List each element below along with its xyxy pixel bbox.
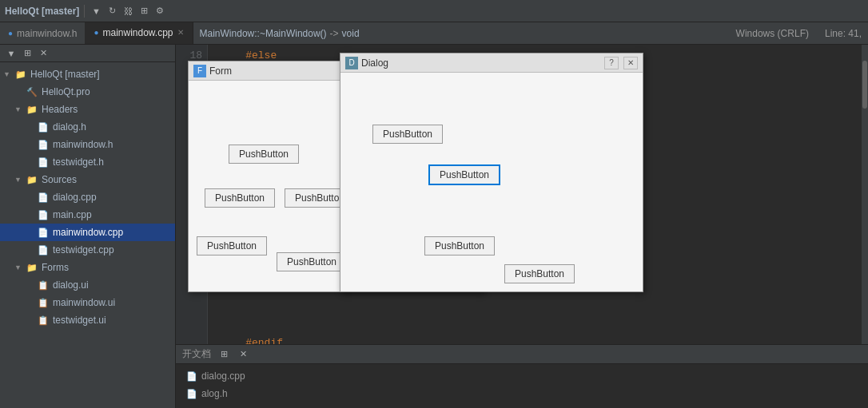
bottom-panel-close-icon[interactable]: ✕ xyxy=(237,348,249,361)
mainwindow-h-icon: 📄 xyxy=(37,138,50,151)
scrollbar-thumb xyxy=(862,61,867,109)
breadcrumb-bar: MainWindow::~MainWindow() -> void Window… xyxy=(193,22,868,44)
pro-file-icon: 🔨 xyxy=(26,85,38,98)
sources-folder-icon: 📁 xyxy=(26,173,38,186)
sidebar: ▼ ⊞ ✕ ▼ 📁 HelloQt [master] ▷ 🔨 HelloQt.p… xyxy=(0,45,176,408)
sidebar-item-headers[interactable]: ▼ 📁 Headers xyxy=(0,101,175,118)
breadcrumb-arrow: -> xyxy=(330,28,339,39)
sidebar-dialog-h-label: dialog.h xyxy=(53,121,86,133)
tab-active-label: mainwindow.cpp xyxy=(102,27,173,38)
bottom-panel-content: 📄 dialog.cpp 📄 alog.h xyxy=(176,364,868,408)
dialog-pushbutton-2[interactable]: PushButton xyxy=(428,164,500,185)
sidebar-headers-label: Headers xyxy=(42,104,78,115)
bottom-panel-header: 开文档 ⊞ ✕ xyxy=(176,345,868,364)
sync-icon[interactable]: ↻ xyxy=(106,5,118,18)
sidebar-dialog-cpp-label: dialog.cpp xyxy=(53,192,97,203)
vertical-scrollbar[interactable] xyxy=(862,45,868,344)
testwidget-h-icon: 📄 xyxy=(37,156,50,168)
tab-inactive[interactable]: ● mainwindow.h xyxy=(0,22,86,44)
toolbar-separator xyxy=(84,5,85,18)
sources-arrow: ▼ xyxy=(14,176,26,184)
form-pushbutton-1[interactable]: PushButton xyxy=(229,145,299,164)
dialog-window[interactable]: D Dialog ? ✕ PushButton PushButton PushB… xyxy=(340,53,643,292)
bottom-panel: 开文档 ⊞ ✕ 📄 dialog.cpp 📄 alog.h xyxy=(176,344,868,408)
file-tree: ▼ 📁 HelloQt [master] ▷ 🔨 HelloQt.pro ▼ 📁… xyxy=(0,62,175,408)
dialog-help-button[interactable]: ? xyxy=(604,57,619,69)
bottom-dialog-cpp-label: dialog.cpp xyxy=(201,370,245,382)
link-icon[interactable]: ⛓ xyxy=(121,5,134,18)
line-ending: Windows (CRLF) xyxy=(736,28,809,39)
top-toolbar: HelloQt [master] ▼ ↻ ⛓ ⊞ ⚙ xyxy=(0,0,868,22)
mainwindow-cpp-icon: 📄 xyxy=(37,226,50,239)
tab-inactive-label: mainwindow.h xyxy=(17,28,77,39)
main-area: ▼ ⊞ ✕ ▼ 📁 HelloQt [master] ▷ 🔨 HelloQt.p… xyxy=(0,45,868,408)
sidebar-item-project[interactable]: ▼ 📁 HelloQt [master] xyxy=(0,65,175,83)
sidebar-mainwindow-h-label: mainwindow.h xyxy=(53,139,113,150)
bottom-panel-dialog-cpp[interactable]: 📄 dialog.cpp xyxy=(182,367,862,385)
code-line-blank13 xyxy=(221,319,862,335)
line-number: Line: 41, xyxy=(825,28,862,39)
dialog-close-button[interactable]: ✕ xyxy=(623,57,638,69)
sidebar-forms-label: Forms xyxy=(42,262,69,273)
bottom-panel-alog-h[interactable]: 📄 alog.h xyxy=(182,385,862,402)
sidebar-item-forms[interactable]: ▼ 📁 Forms xyxy=(0,259,175,276)
sidebar-toolbar: ▼ ⊞ ✕ xyxy=(0,45,175,62)
tab-close-icon[interactable]: ✕ xyxy=(177,28,184,37)
breadcrumb-return: void xyxy=(342,28,360,39)
app-title: HelloQt [master] xyxy=(5,6,79,17)
sidebar-testwidget-cpp-label: testwidget.cpp xyxy=(53,244,114,255)
dialog-pushbutton-4[interactable]: PushButton xyxy=(504,264,575,283)
main-cpp-icon: 📄 xyxy=(37,208,50,221)
sidebar-filter-icon[interactable]: ▼ xyxy=(5,47,18,60)
split-icon[interactable]: ⊞ xyxy=(137,5,150,18)
sidebar-item-dialog-ui[interactable]: ▷ 📋 dialog.ui xyxy=(0,276,175,294)
sidebar-main-cpp-label: main.cpp xyxy=(53,209,92,220)
sidebar-mainwindow-cpp-label: mainwindow.cpp xyxy=(53,227,123,238)
dialog-titlebar[interactable]: D Dialog ? ✕ xyxy=(340,53,643,73)
dialog-pushbutton-3[interactable]: PushButton xyxy=(424,236,495,255)
bottom-panel-title: 开文档 xyxy=(182,347,211,361)
dialog-body: PushButton PushButton PushButton PushBut… xyxy=(340,73,643,291)
tab-bar: ● mainwindow.h ● mainwindow.cpp ✕ MainWi… xyxy=(0,22,868,45)
sidebar-item-sources[interactable]: ▼ 📁 Sources xyxy=(0,171,175,188)
arrow-icon: ▼ xyxy=(3,70,14,78)
sidebar-item-mainwindow-h[interactable]: ▷ 📄 mainwindow.h xyxy=(0,136,175,153)
dialog-h-icon: 📄 xyxy=(37,121,50,133)
filter-icon[interactable]: ▼ xyxy=(90,5,102,18)
sidebar-split-icon[interactable]: ⊞ xyxy=(21,47,34,60)
sidebar-close-icon[interactable]: ✕ xyxy=(37,47,50,60)
sidebar-item-main-cpp[interactable]: ▷ 📄 main.cpp xyxy=(0,206,175,224)
dialog-cpp-icon: 📄 xyxy=(37,191,50,204)
sidebar-item-testwidget-cpp[interactable]: ▷ 📄 testwidget.cpp xyxy=(0,241,175,259)
dialog-ui-icon: 📋 xyxy=(37,279,50,291)
sidebar-pro-label: HelloQt.pro xyxy=(42,86,90,97)
bottom-alog-h-icon: 📄 xyxy=(185,387,198,400)
forms-folder-icon: 📁 xyxy=(26,261,38,274)
editor-area: 18 19 20 21 22 38 39 xyxy=(176,45,868,408)
sidebar-mainwindow-ui-label: mainwindow.ui xyxy=(53,297,115,308)
headers-folder-icon: 📁 xyxy=(26,103,38,116)
bottom-panel-split-icon[interactable]: ⊞ xyxy=(217,348,230,361)
sidebar-item-testwidget-h[interactable]: ▷ 📄 testwidget.h xyxy=(0,153,175,171)
form-pushbutton-5[interactable]: PushButton xyxy=(197,236,267,255)
form-window-icon: F xyxy=(193,65,206,77)
form-pushbutton-6[interactable]: PushButton xyxy=(277,252,347,271)
sidebar-testwidget-ui-label: testwidget.ui xyxy=(53,315,106,326)
sidebar-sources-label: Sources xyxy=(42,174,77,185)
sidebar-item-dialog-cpp[interactable]: ▷ 📄 dialog.cpp xyxy=(0,188,175,206)
sidebar-item-testwidget-ui[interactable]: ▷ 📋 testwidget.ui xyxy=(0,311,175,329)
form-pushbutton-2[interactable]: PushButton xyxy=(205,188,275,208)
sidebar-item-dialog-h[interactable]: ▷ 📄 dialog.h xyxy=(0,118,175,136)
sidebar-testwidget-h-label: testwidget.h xyxy=(53,156,104,168)
project-icon: 📁 xyxy=(14,68,27,81)
settings-icon[interactable]: ⚙ xyxy=(153,5,166,18)
mainwindow-ui-icon: 📋 xyxy=(37,296,50,309)
testwidget-ui-icon: 📋 xyxy=(37,314,50,327)
code-line-38: #endif xyxy=(221,335,862,344)
sidebar-item-pro[interactable]: ▷ 🔨 HelloQt.pro xyxy=(0,83,175,101)
bottom-dialog-cpp-icon: 📄 xyxy=(185,370,198,382)
sidebar-item-mainwindow-cpp[interactable]: ▷ 📄 mainwindow.cpp xyxy=(0,224,175,241)
tab-active[interactable]: ● mainwindow.cpp ✕ xyxy=(86,22,192,44)
sidebar-item-mainwindow-ui[interactable]: ▷ 📋 mainwindow.ui xyxy=(0,294,175,311)
dialog-pushbutton-1[interactable]: PushButton xyxy=(372,125,443,144)
